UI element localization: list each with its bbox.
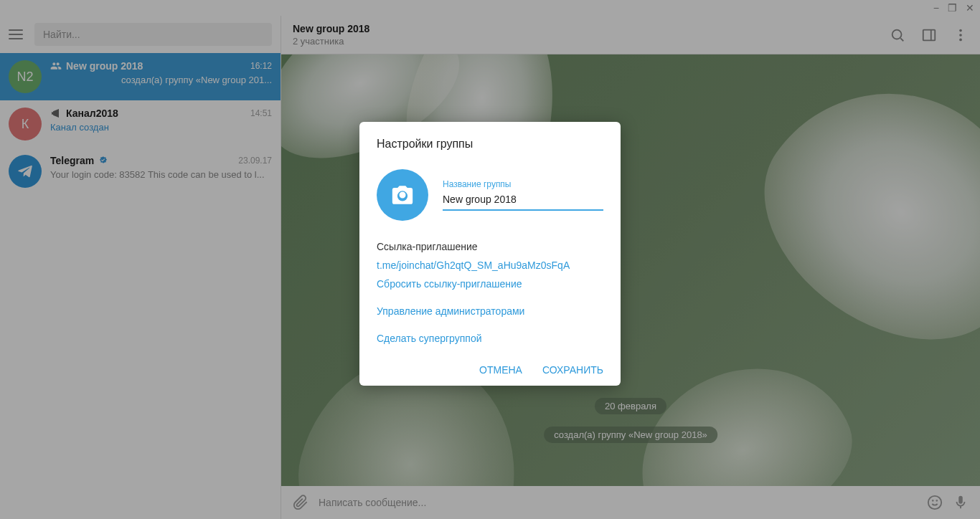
invite-section-title: Ссылка-приглашение [377, 241, 603, 252]
dialog-title: Настройки группы [377, 138, 603, 151]
group-settings-dialog: Настройки группы Название группы Ссылка-… [359, 122, 621, 386]
invite-link[interactable]: t.me/joinchat/Gh2qtQ_SM_aHu9aMz0sFqA [377, 260, 603, 271]
make-supergroup-link[interactable]: Сделать супергруппой [377, 333, 603, 344]
cancel-button[interactable]: ОТМЕНА [479, 364, 522, 376]
group-name-input[interactable] [443, 192, 603, 211]
camera-icon [390, 183, 415, 207]
manage-admins-link[interactable]: Управление администраторами [377, 305, 603, 317]
name-field-label: Название группы [443, 179, 603, 189]
reset-invite-link[interactable]: Сбросить ссылку-приглашение [377, 278, 603, 290]
set-photo-button[interactable] [377, 169, 428, 221]
save-button[interactable]: СОХРАНИТЬ [542, 364, 603, 376]
